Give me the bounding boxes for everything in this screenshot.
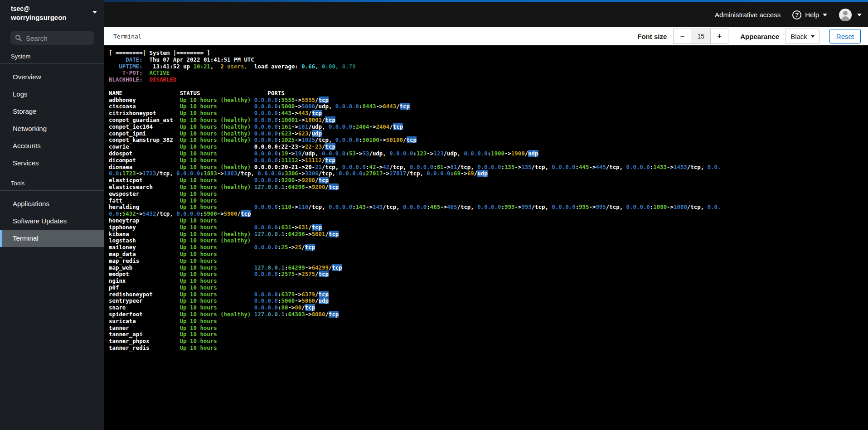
terminal-line: heralding Up 10 hours 0.0.0.0:110->110/t… — [109, 204, 868, 211]
terminal-line: BLACKHOLE: DISABLED — [109, 77, 868, 83]
terminal-line: suricata Up 10 hours — [109, 318, 868, 325]
chevron-down-icon — [857, 14, 862, 16]
terminal-line: tanner_phpox Up 10 hours — [109, 338, 868, 345]
sidebar-item-storage[interactable]: Storage — [0, 103, 104, 120]
search-box — [10, 31, 93, 45]
sidebar-item-services[interactable]: Services — [0, 155, 104, 172]
terminal-line: map_redis Up 10 hours — [109, 258, 868, 265]
font-size-increase-button[interactable]: + — [710, 29, 728, 44]
nav-section-label: Tools — [0, 178, 104, 190]
terminal-toolbar: Terminal Font size − 15 + Appearance Bla… — [104, 27, 868, 45]
reset-button[interactable]: Reset — [829, 29, 861, 43]
terminal-line: logstash Up 10 hours (healthy) — [109, 237, 868, 244]
terminal-line: fatt Up 10 hours — [109, 198, 868, 204]
terminal-line: conpot_iec104 Up 10 hours (healthy) 0.0.… — [109, 124, 868, 130]
terminal-line: cowrie Up 10 hours 0.0.0.0:22-23->22-23/… — [109, 144, 868, 150]
font-size-value: 15 — [691, 29, 710, 44]
administrative-access-button[interactable]: Administrative access — [715, 11, 781, 19]
terminal-line: ddospot Up 10 hours 0.0.0.0:19->19/udp, … — [109, 150, 868, 157]
terminal-line: honeytrap Up 10 hours — [109, 217, 868, 224]
help-label: Help — [805, 11, 819, 19]
terminal-line: dionaea Up 10 hours (healthy) 0.0.0.0:20… — [109, 164, 868, 171]
terminal-line: ipphoney Up 10 hours 0.0.0.0:631->631/tc… — [109, 224, 868, 231]
sidebar-item-accounts[interactable]: Accounts — [0, 137, 104, 155]
terminal-line: conpot_guardian_ast Up 10 hours (healthy… — [109, 117, 868, 124]
username-user: tsec@ — [11, 5, 92, 13]
terminal-line: [ ========| System |======== ] — [109, 50, 868, 57]
sidebar-item-software-updates[interactable]: Software Updates — [0, 213, 104, 230]
terminal-line: ewsposter Up 10 hours — [109, 191, 868, 198]
terminal-line: adbhoney Up 10 hours (healthy) 0.0.0.0:5… — [109, 97, 868, 104]
search-icon — [15, 34, 22, 42]
terminal-line: snare Up 10 hours 0.0.0.0:80->80/tcp — [109, 304, 868, 311]
sidebar-item-terminal[interactable]: Terminal — [0, 230, 104, 247]
avatar — [839, 9, 852, 21]
terminal-line: sentrypeer Up 10 hours 0.0.0.0:5060->506… — [109, 298, 868, 304]
terminal-line: tanner Up 10 hours — [109, 325, 868, 332]
terminal-line: map_data Up 10 hours — [109, 251, 868, 258]
page-title: Terminal — [113, 33, 142, 40]
help-icon: ? — [792, 10, 801, 19]
font-size-stepper: − 15 + — [673, 29, 728, 44]
username: tsec@ worryingsurgeon — [11, 5, 92, 22]
chevron-down-icon — [92, 11, 97, 14]
search-input[interactable] — [10, 31, 94, 45]
nav-section: SystemOverviewLogsStorageNetworkingAccou… — [0, 51, 104, 172]
terminal-line: elasticsearch Up 10 hours (healthy) 127.… — [109, 184, 868, 191]
terminal-line: conpot_ipmi Up 10 hours (healthy) 0.0.0.… — [109, 130, 868, 137]
terminal-line: tanner_api Up 10 hours — [109, 331, 868, 338]
terminal-line: redishoneypot Up 10 hours 0.0.0.0:6379->… — [109, 291, 868, 298]
sidebar-item-networking[interactable]: Networking — [0, 120, 104, 137]
terminal-line: dicompot Up 10 hours 0.0.0.0:11112->1111… — [109, 157, 868, 164]
terminal-line: UPTIME: 13:41:52 up 10:21, 2 users, load… — [109, 63, 868, 70]
sidebar-nav: SystemOverviewLogsStorageNetworkingAccou… — [0, 51, 104, 247]
terminal-line — [109, 83, 868, 90]
terminal-line: NAME STATUS PORTS — [109, 90, 868, 97]
chevron-down-icon — [811, 35, 815, 38]
terminal-line: 0.0:5432->5432/tcp, 0.0.0.0:5900->5900/t… — [109, 211, 868, 217]
terminal-line: T-POT: ACTIVE — [109, 70, 868, 77]
terminal-line: nginx Up 10 hours — [109, 278, 868, 285]
sidebar-item-logs[interactable]: Logs — [0, 86, 104, 103]
sidebar-item-applications[interactable]: Applications — [0, 195, 104, 213]
terminal-line: tanner_redis Up 10 hours — [109, 345, 868, 352]
terminal-output[interactable]: [ ========| System |======== ] DATE: Thu… — [104, 45, 868, 430]
terminal-line: medpot Up 10 hours 0.0.0.0:2575->2575/tc… — [109, 271, 868, 278]
terminal-line: conpot_kamstrup_382 Up 10 hours (healthy… — [109, 137, 868, 144]
masthead: Administrative access ? Help — [104, 0, 868, 27]
terminal-line: spiderfoot Up 10 hours (healthy) 127.0.0… — [109, 311, 868, 318]
terminal-line: citrixhoneypot Up 10 hours 0.0.0.0:443->… — [109, 110, 868, 117]
terminal-line: p0f Up 10 hours — [109, 285, 868, 291]
user-menu[interactable]: tsec@ worryingsurgeon — [0, 0, 104, 28]
terminal-line: 0.0:1723->1723/tcp, 0.0.0.0:1883->1883/t… — [109, 170, 868, 177]
terminal-line: DATE: Thu 07 Apr 2022 01:41:51 PM UTC — [109, 57, 868, 63]
nav-section-label: System — [0, 51, 104, 63]
sidebar-item-overview[interactable]: Overview — [0, 68, 104, 86]
terminal-line: map_web Up 10 hours 127.0.0.1:64299->642… — [109, 265, 868, 271]
chevron-down-icon — [823, 14, 827, 16]
terminal-line: elasticpot Up 10 hours 0.0.0.0:9200->920… — [109, 177, 868, 184]
appearance-label: Appearance — [740, 33, 779, 40]
session-menu[interactable] — [839, 9, 862, 21]
terminal-line: ciscoasa Up 10 hours 0.0.0.0:5000->5000/… — [109, 103, 868, 110]
font-size-label: Font size — [637, 33, 667, 40]
username-host: worryingsurgeon — [11, 13, 92, 22]
appearance-value: Black — [790, 33, 807, 40]
terminal-line: kibana Up 10 hours (healthy) 127.0.0.1:6… — [109, 231, 868, 238]
appearance-select[interactable]: Black — [786, 29, 820, 44]
font-size-decrease-button[interactable]: − — [673, 29, 691, 44]
sidebar: tsec@ worryingsurgeon SystemOverviewLogs… — [0, 0, 104, 430]
nav-section: ToolsApplicationsSoftware UpdatesTermina… — [0, 178, 104, 247]
terminal-line: mailoney Up 10 hours 0.0.0.0:25->25/tcp — [109, 244, 868, 251]
help-menu[interactable]: ? Help — [792, 10, 827, 19]
